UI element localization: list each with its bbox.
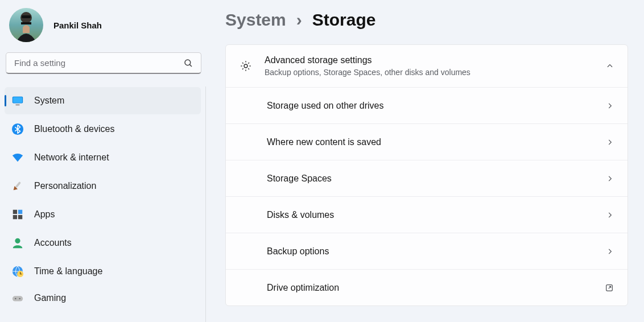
card-title: Advanced storage settings — [265, 55, 593, 65]
advanced-storage-settings-card: Advanced storage settings Backup options… — [225, 44, 628, 306]
item-drive-optimization[interactable]: Drive optimization — [226, 269, 628, 306]
sidebar-item-label: Bluetooth & devices — [34, 124, 114, 134]
search-input[interactable] — [6, 52, 201, 74]
account-name: Pankil Shah — [53, 20, 102, 30]
svg-rect-6 — [13, 97, 23, 103]
avatar — [9, 8, 43, 42]
sidebar-item-label: Gaming — [34, 293, 66, 303]
svg-line-4 — [189, 64, 192, 67]
system-icon — [11, 94, 24, 107]
svg-rect-1 — [21, 22, 31, 24]
item-storage-spaces[interactable]: Storage Spaces — [226, 160, 628, 196]
gear-icon — [240, 60, 252, 72]
item-storage-used-other-drives[interactable]: Storage used on other drives — [226, 87, 628, 123]
svg-rect-13 — [18, 215, 22, 219]
svg-rect-11 — [18, 210, 22, 214]
svg-rect-2 — [22, 15, 31, 18]
breadcrumb-root[interactable]: System — [225, 11, 286, 28]
gamepad-icon — [11, 292, 24, 303]
chevron-right-icon — [606, 175, 614, 183]
sidebar-item-bluetooth[interactable]: Bluetooth & devices — [5, 115, 201, 143]
svg-point-14 — [15, 238, 20, 243]
card-subtitle: Backup options, Storage Spaces, other di… — [265, 68, 593, 77]
svg-point-19 — [19, 298, 20, 299]
sidebar-item-apps[interactable]: Apps — [5, 201, 201, 228]
chevron-right-icon — [606, 247, 614, 255]
search-icon — [183, 58, 193, 68]
sidebar-item-label: System — [34, 96, 64, 106]
svg-point-18 — [15, 298, 16, 299]
settings-main: System › Storage Advanced storage settin… — [206, 0, 644, 322]
sub-item-label: Storage Spaces — [267, 174, 332, 184]
chevron-up-icon — [606, 62, 614, 70]
paintbrush-icon — [11, 180, 24, 192]
svg-rect-10 — [13, 210, 17, 214]
sidebar-item-personalization[interactable]: Personalization — [5, 172, 201, 200]
sidebar-item-label: Network & internet — [34, 152, 109, 163]
sidebar-item-accounts[interactable]: Accounts — [5, 229, 201, 257]
chevron-right-icon: › — [296, 11, 302, 28]
sidebar-item-label: Apps — [34, 209, 55, 220]
sub-item-label: Where new content is saved — [267, 137, 381, 147]
chevron-right-icon — [606, 211, 614, 219]
page-title: Storage — [312, 11, 376, 28]
item-backup-options[interactable]: Backup options — [226, 233, 628, 269]
apps-icon — [11, 208, 24, 221]
settings-sidebar: Pankil Shah System Bluetooth & devices — [0, 0, 206, 322]
person-icon — [11, 237, 24, 249]
breadcrumb: System › Storage — [225, 0, 628, 44]
svg-rect-7 — [15, 104, 19, 105]
account-profile[interactable]: Pankil Shah — [5, 0, 206, 52]
wifi-icon — [11, 151, 24, 164]
item-disks-volumes[interactable]: Disks & volumes — [226, 196, 628, 233]
sidebar-item-label: Time & language — [34, 266, 102, 276]
globe-clock-icon — [11, 265, 24, 278]
svg-rect-12 — [13, 215, 17, 219]
svg-point-3 — [185, 60, 191, 65]
sidebar-item-gaming[interactable]: Gaming — [5, 286, 201, 303]
svg-rect-17 — [13, 296, 23, 301]
open-external-icon — [605, 283, 614, 292]
svg-point-20 — [244, 64, 247, 68]
settings-nav: System Bluetooth & devices Network & int… — [5, 86, 206, 322]
sub-item-label: Storage used on other drives — [267, 101, 383, 111]
advanced-storage-settings-header[interactable]: Advanced storage settings Backup options… — [226, 45, 628, 87]
sidebar-item-network[interactable]: Network & internet — [5, 144, 201, 171]
settings-search — [6, 52, 201, 74]
sub-item-label: Drive optimization — [267, 283, 339, 293]
sidebar-item-label: Accounts — [34, 238, 72, 248]
chevron-right-icon — [606, 138, 614, 146]
sidebar-item-label: Personalization — [34, 181, 96, 191]
sub-item-label: Disks & volumes — [267, 210, 334, 220]
item-where-new-content-saved[interactable]: Where new content is saved — [226, 123, 628, 160]
sidebar-item-system[interactable]: System — [5, 87, 201, 114]
bluetooth-icon — [11, 123, 24, 135]
card-title-block: Advanced storage settings Backup options… — [265, 55, 593, 77]
chevron-right-icon — [606, 102, 614, 110]
svg-rect-9 — [15, 181, 21, 188]
sidebar-item-time-language[interactable]: Time & language — [5, 258, 201, 285]
sub-item-label: Backup options — [267, 246, 329, 257]
